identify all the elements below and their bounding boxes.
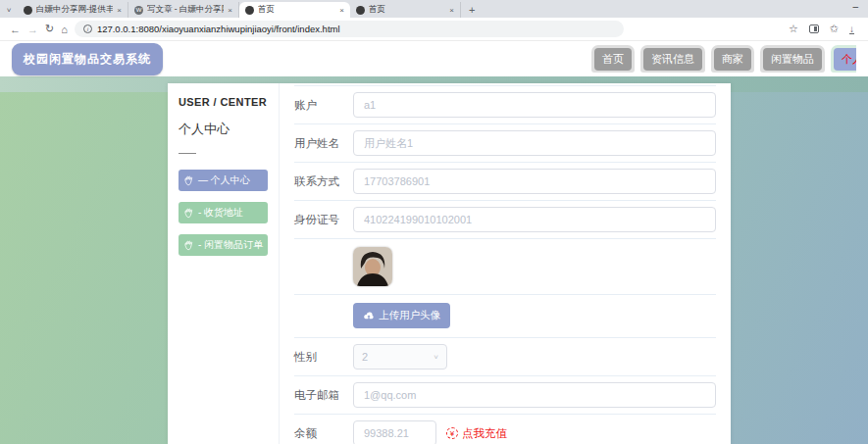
sidebar-subtitle: 个人中心 xyxy=(179,121,268,138)
form-row-idcard: 身份证号 xyxy=(294,201,716,239)
tab-close-icon[interactable]: × xyxy=(117,6,122,15)
tab-title: 白嫖中分享网-提供丰富的Java... xyxy=(36,4,113,16)
url-text: 127.0.0.1:8080/xiaoyuanxianzhiwupinjiaoy… xyxy=(97,24,340,34)
field-label: 联系方式 xyxy=(294,174,353,189)
hand-icon xyxy=(183,240,194,251)
sidebar-item-user-center[interactable]: — 个人中心 xyxy=(179,170,268,191)
form-row-gender: 性别 2 ˅ xyxy=(294,338,716,376)
wordpress-favicon-icon: W xyxy=(134,6,143,15)
nav-item-merchant[interactable]: 商家 xyxy=(711,45,754,73)
field-label: 用户姓名 xyxy=(294,136,353,151)
hand-icon xyxy=(183,175,194,186)
field-label: 身份证号 xyxy=(294,213,353,227)
balance-field[interactable] xyxy=(353,420,436,444)
account-field[interactable] xyxy=(353,92,716,118)
field-label: 账户 xyxy=(294,98,353,113)
extensions-icon[interactable]: ✩ xyxy=(830,23,839,35)
globe-favicon-icon xyxy=(24,6,32,15)
username-field[interactable] xyxy=(353,130,716,156)
sidebar-item-label: - 收货地址 xyxy=(198,206,243,220)
field-label: 性别 xyxy=(294,350,353,365)
tab-close-icon[interactable]: × xyxy=(339,6,344,15)
tab-close-icon[interactable]: × xyxy=(228,6,232,15)
addressbar-actions: ☆ ✩ ↓ xyxy=(789,23,858,35)
sidebar-divider xyxy=(179,153,196,154)
browser-addressbar: ← → ↻ ⌂ i 127.0.0.1:8080/xiaoyuanxianzhi… xyxy=(0,18,868,41)
globe-favicon-icon xyxy=(245,6,254,15)
browser-tab[interactable]: W 写文章 - 白嫖中分享网 × xyxy=(128,2,239,18)
window-minimize-button[interactable]: – xyxy=(852,1,858,12)
forward-icon[interactable]: → xyxy=(27,24,38,35)
browser-tabstrip: ˅ 白嫖中分享网-提供丰富的Java... × W 写文章 - 白嫖中分享网 ×… xyxy=(0,0,868,18)
main-nav: 首页 资讯信息 商家 闲置物品 个人中心 购物车 xyxy=(591,45,856,73)
browser-tab-active[interactable]: 首页 × xyxy=(239,2,350,18)
form-row-balance: 余额 ¥ 点我充值 xyxy=(294,415,716,444)
upload-avatar-label: 上传用户头像 xyxy=(379,309,440,322)
nav-item-user-center[interactable]: 个人中心 xyxy=(831,45,856,73)
reload-icon[interactable]: ↻ xyxy=(45,23,54,35)
hand-icon xyxy=(183,208,194,219)
tab-title: 写文章 - 白嫖中分享网 xyxy=(147,4,224,16)
form-row-contact: 联系方式 xyxy=(294,163,716,201)
profile-form: 账户 用户姓名 联系方式 身份证号 xyxy=(280,83,731,444)
form-row-username: 用户姓名 xyxy=(294,124,716,163)
site-info-icon[interactable]: i xyxy=(83,25,92,33)
tab-close-icon[interactable]: × xyxy=(449,6,454,15)
email-field[interactable] xyxy=(353,382,716,408)
globe-favicon-icon xyxy=(356,6,365,15)
tab-search-icon[interactable]: ˅ xyxy=(0,6,18,18)
nav-item-news[interactable]: 资讯信息 xyxy=(640,45,705,73)
form-row-email: 电子邮箱 xyxy=(294,376,716,415)
user-avatar xyxy=(353,247,392,286)
page: ˅ 白嫖中分享网-提供丰富的Java... × W 写文章 - 白嫖中分享网 ×… xyxy=(0,0,868,444)
chevron-down-icon: ˅ xyxy=(434,353,438,362)
nav-item-home[interactable]: 首页 xyxy=(591,45,635,73)
form-row-account: 账户 xyxy=(294,85,716,124)
sidebar-item-address[interactable]: - 收货地址 xyxy=(179,202,268,223)
site-logo[interactable]: 校园闲置物品交易系统 xyxy=(12,43,163,75)
bookmark-star-icon[interactable]: ☆ xyxy=(789,23,798,35)
tab-title: 首页 xyxy=(369,4,445,16)
recharge-link[interactable]: 点我充值 xyxy=(462,426,507,441)
new-tab-button[interactable]: + xyxy=(461,4,483,18)
recharge-area: ¥ 点我充值 xyxy=(446,426,507,441)
nav-item-goods[interactable]: 闲置物品 xyxy=(760,45,825,73)
back-icon[interactable]: ← xyxy=(10,24,21,35)
sidebar-item-orders[interactable]: - 闲置物品订单 xyxy=(179,234,268,256)
gender-value: 2 xyxy=(362,351,368,363)
form-row-avatar xyxy=(294,239,716,295)
upload-avatar-button[interactable]: 上传用户头像 xyxy=(353,303,450,328)
user-center-card: USER / CENTER 个人中心 — 个人中心 - 收货地址 - 闲置物品订 xyxy=(168,83,731,444)
form-row-upload: 上传用户头像 xyxy=(294,295,716,338)
yen-coin-icon: ¥ xyxy=(446,427,458,439)
field-label: 余额 xyxy=(294,426,353,441)
cloud-upload-icon xyxy=(363,312,375,321)
home-icon[interactable]: ⌂ xyxy=(61,24,68,35)
site-header: 校园闲置物品交易系统 首页 资讯信息 商家 闲置物品 个人中心 购物车 xyxy=(0,41,868,76)
side-panel-icon[interactable] xyxy=(809,25,819,33)
field-label: 电子邮箱 xyxy=(294,388,353,403)
browser-tab[interactable]: 首页 × xyxy=(350,2,461,18)
sidebar-title: USER / CENTER xyxy=(179,96,268,108)
url-bar[interactable]: i 127.0.0.1:8080/xiaoyuanxianzhiwupinjia… xyxy=(75,21,624,37)
download-icon[interactable]: ↓ xyxy=(849,25,854,34)
idcard-field[interactable] xyxy=(353,207,716,232)
user-center-sidebar: USER / CENTER 个人中心 — 个人中心 - 收货地址 - 闲置物品订 xyxy=(168,83,280,444)
gender-select[interactable]: 2 ˅ xyxy=(353,344,447,370)
browser-tab[interactable]: 白嫖中分享网-提供丰富的Java... × xyxy=(18,2,128,18)
tab-title: 首页 xyxy=(258,4,335,16)
sidebar-item-label: — 个人中心 xyxy=(198,173,250,187)
sidebar-item-label: - 闲置物品订单 xyxy=(198,238,263,252)
contact-field[interactable] xyxy=(353,169,716,194)
